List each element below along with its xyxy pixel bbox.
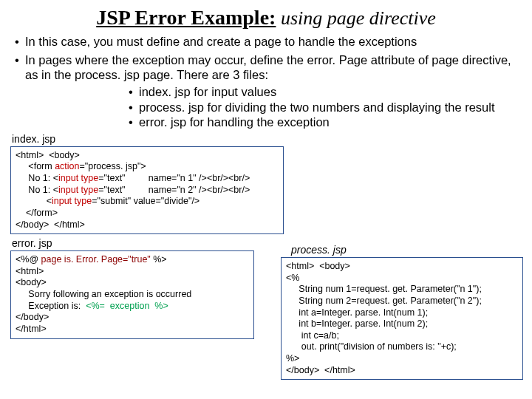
code-error: <%@ page is. Error. Page="true" %> <html… — [10, 250, 254, 338]
sub-bullet-1: index. jsp for input values — [129, 84, 522, 100]
code-index: <html> <body> <form action="process. jsp… — [10, 146, 284, 234]
code-process: <html> <body> <% String num 1=request. g… — [281, 257, 523, 380]
bullet-1: In this case, you must define and create… — [15, 34, 522, 50]
title-main: JSP Error Example: — [96, 6, 276, 29]
sub-bullet-2: process. jsp for dividing the two number… — [129, 100, 522, 115]
label-index: index. jsp — [12, 133, 522, 145]
bullet-2: In pages where the exception may occur, … — [15, 52, 522, 130]
slide-title: JSP Error Example: using page directive — [10, 6, 522, 30]
title-sub: using page directive — [276, 7, 435, 29]
right-column: process. jsp <html> <body> <% String num… — [281, 244, 523, 380]
bullet-list: In this case, you must define and create… — [15, 34, 522, 130]
sub-bullet-list: index. jsp for input values process. jsp… — [129, 84, 522, 130]
label-process: process. jsp — [291, 244, 523, 256]
sub-bullet-3: error. jsp for handling the exception — [129, 115, 522, 130]
